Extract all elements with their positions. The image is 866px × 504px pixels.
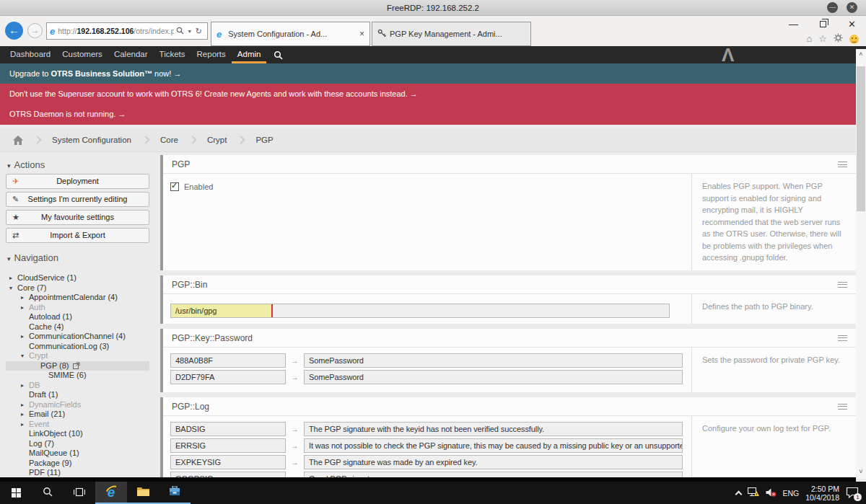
breadcrumb-item[interactable]: System Configuration <box>52 136 131 144</box>
feedback-smiley-icon[interactable] <box>849 35 859 44</box>
settings-i-m-currently-editing-button[interactable]: ✎Settings I'm currently editing <box>6 192 149 207</box>
tree-right-arrow-icon[interactable]: ▸ <box>21 381 29 391</box>
home-icon[interactable]: ⌂ <box>806 34 812 44</box>
upgrade-banner[interactable]: Upgrade to OTRS Business Solution™ now! … <box>0 63 866 84</box>
search-icon[interactable] <box>176 27 184 36</box>
actions-widget-header[interactable]: ▾Actions <box>7 159 155 170</box>
tree-right-arrow-icon[interactable]: ▸ <box>21 332 29 342</box>
nav-item-customers[interactable]: Customers <box>56 46 108 63</box>
tree-item-core[interactable]: ▾Core (7) <box>0 283 155 293</box>
navigation-widget-header[interactable]: ▾Navigation <box>7 252 155 263</box>
tree-right-arrow-icon[interactable]: ▸ <box>21 293 29 303</box>
minimize-icon[interactable]: — <box>827 2 838 13</box>
tree-right-arrow-icon[interactable]: ▸ <box>9 273 17 283</box>
tree-down-arrow-icon[interactable]: ▾ <box>21 351 29 361</box>
pair-key-input[interactable]: EXPKEYSIG <box>170 455 286 469</box>
pair-key-input[interactable]: 488A0B8F <box>170 353 286 368</box>
task-view-button[interactable] <box>64 482 95 504</box>
setting-menu-icon[interactable] <box>838 404 847 410</box>
window-minimize-icon[interactable]: — <box>789 19 798 30</box>
tree-item-package[interactable]: Package (9) <box>0 459 155 469</box>
pair-value-input[interactable]: SomePassword <box>304 370 683 384</box>
tree-item-pdf[interactable]: PDF (11) <box>0 468 155 478</box>
nav-item-reports[interactable]: Reports <box>191 46 232 63</box>
page-scrollbar[interactable]: ˄ ˅ <box>856 49 866 479</box>
deployment-button[interactable]: ✈Deployment <box>6 174 149 189</box>
tree-down-arrow-icon[interactable]: ▾ <box>9 283 17 293</box>
taskbar-ie-button[interactable]: e <box>95 482 127 504</box>
daemon-warning-banner[interactable]: OTRS Daemon is not running. → <box>0 104 866 125</box>
tab-close-icon[interactable]: × <box>359 29 364 39</box>
highlighted-value[interactable]: /usr/bin/gpg <box>170 304 273 318</box>
tree-item-crypt[interactable]: ▾Crypt <box>0 351 155 361</box>
tree-item-communicationchannel[interactable]: ▸CommunicationChannel (4) <box>0 332 155 342</box>
tree-right-arrow-icon[interactable]: ▸ <box>21 410 29 420</box>
tree-item-event[interactable]: ▸Event <box>0 420 155 430</box>
superuser-warning-banner[interactable]: Don't use the Superuser account to work … <box>0 84 866 104</box>
nav-item-tickets[interactable]: Tickets <box>154 46 191 63</box>
tree-item-dynamicfields[interactable]: ▸DynamicFields <box>0 400 155 410</box>
tree-item-autoload[interactable]: Autoload (1) <box>0 312 155 322</box>
scroll-up-icon[interactable]: ˄ <box>856 49 866 60</box>
taskbar-clock[interactable]: 2:50 PM 10/4/2018 <box>805 485 839 502</box>
gear-icon[interactable] <box>834 33 843 45</box>
network-warning-icon[interactable] <box>748 487 759 500</box>
checked-checkbox[interactable] <box>170 182 179 191</box>
my-favourite-settings-button[interactable]: ★My favourite settings <box>6 210 149 225</box>
close-icon[interactable]: ✕ <box>847 2 857 13</box>
favorites-star-icon[interactable]: ☆ <box>818 34 827 44</box>
taskbar-search-button[interactable] <box>32 482 64 504</box>
window-close-icon[interactable]: ✕ <box>848 19 856 30</box>
pair-value-input[interactable]: The PGP signature with the keyid has not… <box>304 422 683 436</box>
nav-item-dashboard[interactable]: Dashboard <box>4 46 56 63</box>
pair-key-input[interactable]: D2DF79FA <box>170 370 286 384</box>
browser-forward-button[interactable]: → <box>27 23 43 38</box>
setting-menu-icon[interactable] <box>838 335 847 341</box>
taskbar-explorer-button[interactable] <box>127 482 159 504</box>
pair-value-input[interactable]: SomePassword <box>304 353 683 368</box>
browser-tab[interactable]: PGP Key Management - Admi... <box>372 22 531 46</box>
setting-menu-icon[interactable] <box>838 162 847 167</box>
path-input[interactable]: /usr/bin/gpg <box>170 304 670 318</box>
tree-item-mailqueue[interactable]: MailQueue (1) <box>0 448 155 459</box>
tree-item-linkobject[interactable]: LinkObject (10) <box>0 429 155 439</box>
tree-item-cloudservice[interactable]: ▸CloudService (1) <box>0 273 155 283</box>
breadcrumb-item[interactable]: Crypt <box>207 136 227 144</box>
tree-right-arrow-icon[interactable]: ▸ <box>21 400 29 410</box>
tree-item-communicationlog[interactable]: CommunicationLog (3) <box>0 342 155 352</box>
tree-right-arrow-icon[interactable]: ▸ <box>21 420 29 430</box>
home-breadcrumb-icon[interactable] <box>13 136 23 145</box>
tree-item-appointmentcalendar[interactable]: ▸AppointmentCalendar (4) <box>0 293 155 303</box>
tray-expand-icon[interactable] <box>735 490 742 498</box>
pair-key-input[interactable]: ERRSIG <box>170 438 286 453</box>
tree-item-smime[interactable]: SMIME (6) <box>0 371 155 381</box>
scroll-down-icon[interactable]: ˅ <box>856 467 866 477</box>
address-bar[interactable]: e http://192.168.252.106/otrs/index.pl?A… <box>46 22 208 40</box>
pair-value-input[interactable]: The PGP signature was made by an expired… <box>304 455 683 469</box>
taskbar-server-manager-button[interactable] <box>159 482 191 504</box>
tree-item-email[interactable]: ▸Email (21) <box>0 410 155 420</box>
nav-item-calendar[interactable]: Calendar <box>108 46 154 63</box>
tree-item-cache[interactable]: Cache (4) <box>0 322 155 332</box>
browser-tab[interactable]: eSystem Configuration - Ad...× <box>211 22 370 46</box>
start-button[interactable] <box>0 482 32 504</box>
window-restore-icon[interactable] <box>820 21 826 27</box>
browser-back-button[interactable]: ← <box>5 22 23 40</box>
tree-item-log[interactable]: Log (7) <box>0 439 155 449</box>
language-indicator[interactable]: ENG <box>783 489 800 498</box>
nav-item-admin[interactable]: Admin <box>232 46 267 63</box>
autocomplete-dropdown-icon[interactable]: ▾ <box>188 28 191 35</box>
breadcrumb-item[interactable]: Core <box>160 136 178 144</box>
pair-key-input[interactable]: BADSIG <box>170 422 286 436</box>
muted-speaker-icon[interactable] <box>766 487 777 500</box>
tree-item-pgp[interactable]: PGP (8) <box>6 361 149 371</box>
tree-right-arrow-icon[interactable]: ▸ <box>21 303 29 313</box>
tree-item-draft[interactable]: Draft (1) <box>0 390 155 400</box>
tree-item-db[interactable]: ▸DB <box>0 381 155 391</box>
setting-menu-icon[interactable] <box>838 282 847 288</box>
import-export-button[interactable]: ⇄Import & Export <box>6 228 149 243</box>
action-center-button[interactable]: 1 <box>846 487 860 500</box>
breadcrumb-item[interactable]: PGP <box>255 136 273 144</box>
pair-value-input[interactable]: It was not possible to check the PGP sig… <box>304 438 683 453</box>
scrollbar-thumb[interactable] <box>857 66 865 211</box>
